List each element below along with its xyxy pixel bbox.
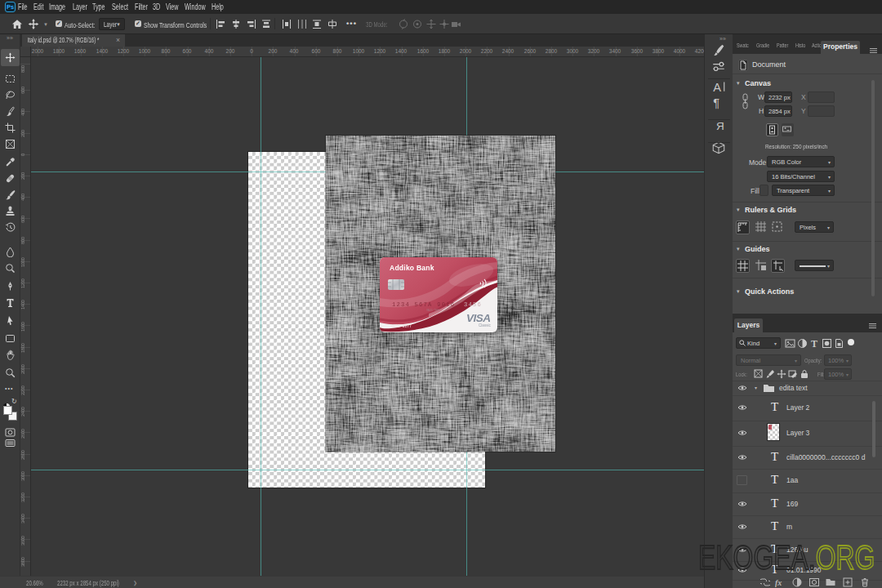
svg-text:4456 9377: 4456 9377 xyxy=(390,324,412,328)
svg-text:A: A xyxy=(713,81,721,94)
svg-text:Classic: Classic xyxy=(479,323,492,327)
svg-text:fx: fx xyxy=(775,578,782,587)
svg-text:Addiko Bank: Addiko Bank xyxy=(390,264,434,272)
svg-text:VISA: VISA xyxy=(466,312,491,324)
svg-text:VALID THRU: VALID THRU xyxy=(426,309,441,312)
svg-text:¶: ¶ xyxy=(713,96,719,109)
svg-text:1234 567A 9016: 1234 567A 9016 xyxy=(392,301,455,308)
svg-text:R: R xyxy=(716,120,724,132)
svg-text:3456: 3456 xyxy=(464,301,482,308)
svg-text:T: T xyxy=(811,338,817,349)
